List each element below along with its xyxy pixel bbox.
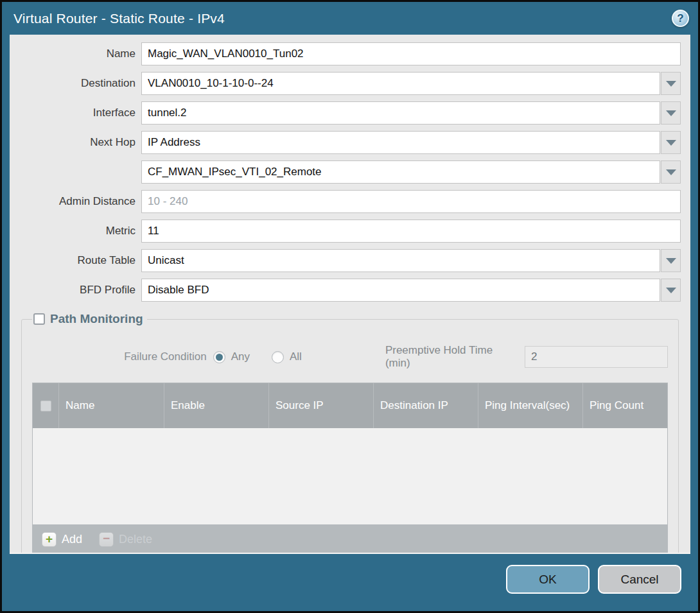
cancel-button[interactable]: Cancel [598,565,681,594]
table-footer-bar: + Add − Delete [33,524,667,554]
next-hop-type-input[interactable] [141,131,660,154]
path-monitoring-checkbox[interactable] [33,313,45,325]
interface-input[interactable] [141,101,660,125]
ok-button[interactable]: OK [506,565,590,594]
form-row-destination: Destination [19,72,681,95]
name-label: Name [19,47,141,60]
delete-button[interactable]: − Delete [99,532,152,547]
preemptive-hold-time-input[interactable] [525,346,668,368]
radio-all-icon[interactable] [272,351,284,363]
destination-input[interactable] [141,72,660,95]
interface-label: Interface [19,107,141,119]
bfd-profile-input[interactable] [141,279,660,302]
static-route-dialog: Virtual Router - Static Route - IPv4 ? N… [0,0,700,613]
destination-dropdown-button[interactable] [661,72,681,95]
metric-label: Metric [19,225,141,237]
column-header-destination-ip[interactable]: Destination IP [373,383,478,428]
form-row-next-hop: Next Hop [19,131,681,154]
destination-label: Destination [19,77,141,90]
form-row-interface: Interface [19,101,681,125]
column-header-name[interactable]: Name [58,383,164,428]
next-hop-address-dropdown-button[interactable] [661,160,681,184]
help-icon[interactable]: ? [672,10,689,27]
form-row-metric: Metric [19,220,681,243]
chevron-down-icon [666,140,676,146]
interface-dropdown-button[interactable] [661,101,681,125]
form-row-admin-distance: Admin Distance [19,190,681,213]
path-monitoring-section: Path Monitoring Failure Condition Any Al… [21,312,679,554]
path-monitoring-table: Name Enable Source IP Destination IP Pin… [32,383,668,554]
form-row-bfd-profile: BFD Profile [19,279,681,302]
minus-icon: − [99,532,114,547]
form-row-route-table: Route Table [19,249,681,272]
column-header-enable[interactable]: Enable [164,383,268,428]
chevron-down-icon [666,81,676,87]
name-input[interactable] [141,42,681,65]
path-monitoring-legend: Path Monitoring [32,312,147,326]
dialog-content: Name Destination Interface [10,35,690,554]
failure-condition-all-option[interactable]: All [272,350,302,363]
route-table-input[interactable] [141,249,660,272]
column-header-ping-count[interactable]: Ping Count [582,383,667,428]
chevron-down-icon [666,288,676,293]
path-monitoring-controls: Failure Condition Any All Preemptive Hol… [32,344,668,370]
radio-any-icon[interactable] [213,351,225,363]
route-table-label: Route Table [19,254,141,267]
table-body-empty [33,428,667,524]
route-table-dropdown-button[interactable] [661,249,681,272]
radio-any-label: Any [231,350,250,363]
chevron-down-icon [666,110,676,116]
admin-distance-label: Admin Distance [19,195,141,208]
column-header-source-ip[interactable]: Source IP [268,383,373,428]
plus-icon: + [42,532,57,547]
bfd-profile-dropdown-button[interactable] [661,279,681,302]
add-button[interactable]: + Add [42,532,82,547]
chevron-down-icon [666,169,676,175]
delete-button-label: Delete [119,533,152,546]
preemptive-hold-time-label: Preemptive Hold Time (min) [385,344,525,370]
column-header-ping-interval[interactable]: Ping Interval(sec) [478,383,582,428]
radio-all-label: All [290,350,302,363]
metric-input[interactable] [141,220,681,243]
failure-condition-label: Failure Condition [32,350,213,363]
admin-distance-input[interactable] [141,190,681,213]
select-all-checkbox[interactable] [40,401,51,411]
dialog-titlebar: Virtual Router - Static Route - IPv4 ? [2,2,698,35]
failure-condition-any-option[interactable]: Any [213,350,250,363]
dialog-title: Virtual Router - Static Route - IPv4 [13,11,225,26]
next-hop-type-dropdown-button[interactable] [661,131,681,154]
form-row-name: Name [19,42,681,65]
select-all-header-cell [33,383,58,428]
dialog-footer: OK Cancel [2,554,698,611]
next-hop-address-input[interactable] [141,160,660,184]
path-monitoring-label: Path Monitoring [50,312,143,326]
table-header-row: Name Enable Source IP Destination IP Pin… [33,383,667,428]
bfd-profile-label: BFD Profile [19,284,141,297]
next-hop-label: Next Hop [19,136,141,149]
chevron-down-icon [666,258,676,264]
failure-condition-radio-group: Any All [213,350,302,363]
form-row-next-hop-address [19,160,681,184]
add-button-label: Add [62,533,82,546]
